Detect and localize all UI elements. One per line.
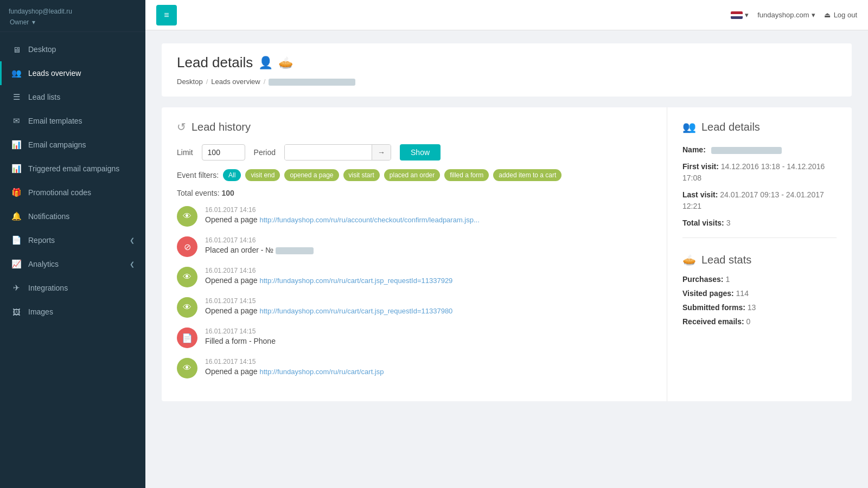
person-icon: 👤 xyxy=(258,56,273,70)
event-content-0: 16.01.2017 14:16 Opened a page http://fu… xyxy=(205,206,649,224)
period-arrow-icon[interactable]: → xyxy=(372,145,391,160)
language-selector[interactable]: ▾ xyxy=(731,11,749,19)
event-desc-3: Opened a page xyxy=(205,306,258,315)
limit-input[interactable] xyxy=(202,144,245,160)
breadcrumb-current xyxy=(269,78,355,86)
hamburger-button[interactable]: ≡ xyxy=(156,5,177,25)
content-area: Lead details 👤 🥧 Desktop / Leads overvie… xyxy=(145,30,868,488)
sidebar-label-promotional-codes: Promotional codes xyxy=(28,188,135,197)
flag-icon xyxy=(731,11,743,19)
sidebar-item-leads-overview[interactable]: 👥 Leads overview xyxy=(0,61,145,85)
show-button[interactable]: Show xyxy=(400,144,441,160)
stats-label: Lead stats xyxy=(701,254,751,266)
event-icon-4: 📄 xyxy=(177,328,197,348)
sidebar-icon-email-templates: ✉ xyxy=(11,115,22,126)
event-time-3: 16.01.2017 14:15 xyxy=(205,297,649,305)
sidebar-label-lead-lists: Lead lists xyxy=(28,93,135,101)
last-visit-label: Last visit: xyxy=(682,190,718,199)
total-events: Total events: 100 xyxy=(177,189,652,197)
detail-name-row: Name: xyxy=(682,144,837,156)
event-link-3[interactable]: http://fundayshop.com/ru/ru/cart/cart.js… xyxy=(259,307,452,315)
first-visit-label: First visit: xyxy=(682,162,719,171)
sidebar-item-email-campaigns[interactable]: 📊 Email campaigns xyxy=(0,133,145,157)
filter-tag-opened-page[interactable]: opened a page xyxy=(284,169,339,181)
event-link-0[interactable]: http://fundayshop.com/ru/ru/account/chec… xyxy=(259,216,479,224)
lead-history-label: Lead history xyxy=(192,121,251,133)
breadcrumb-home[interactable]: Desktop xyxy=(177,78,203,86)
logout-label: Log out xyxy=(834,11,857,19)
sidebar-item-desktop[interactable]: 🖥 Desktop xyxy=(0,37,145,61)
filter-tag-all[interactable]: All xyxy=(223,169,241,181)
sidebar-item-triggered-email-campaigns[interactable]: 📊 Triggered email campaigns xyxy=(0,157,145,181)
sidebar-label-leads-overview: Leads overview xyxy=(28,69,135,78)
total-events-label: Total events: xyxy=(177,189,220,197)
sidebar-label-integrations: Integrations xyxy=(28,284,135,292)
event-link-5[interactable]: http://fundayshop.com/ru/ru/cart/cart.js… xyxy=(259,368,384,376)
sidebar-role[interactable]: Owner ▾ xyxy=(9,18,35,26)
event-link-2[interactable]: http://fundayshop.com/ru/ru/cart/cart.js… xyxy=(259,277,452,285)
event-item-0: 👁 16.01.2017 14:16 Opened a page http://… xyxy=(177,206,649,227)
sidebar-item-integrations[interactable]: ✈ Integrations xyxy=(0,276,145,300)
event-icon-1: ⊘ xyxy=(177,236,197,257)
period-label: Period xyxy=(254,148,276,157)
breadcrumb-sep2: / xyxy=(264,78,266,86)
event-description-1: Placed an order - № xyxy=(205,246,649,254)
hamburger-icon: ≡ xyxy=(164,10,169,20)
stat-visited-pages-row: Visited pages: 114 xyxy=(682,289,837,298)
event-time-5: 16.01.2017 14:15 xyxy=(205,358,649,365)
filter-tag-added-cart[interactable]: added item to a cart xyxy=(493,169,561,181)
total-events-count: 100 xyxy=(222,189,234,197)
filter-tag-filled-form[interactable]: filled a form xyxy=(444,169,489,181)
chart-pie-icon: 🥧 xyxy=(278,56,293,70)
event-icon-2: 👁 xyxy=(177,267,197,287)
sidebar-item-notifications[interactable]: 🔔 Notifications xyxy=(0,204,145,228)
event-description-5: Opened a page http://fundayshop.com/ru/r… xyxy=(205,367,649,376)
filter-tag-placed-order[interactable]: placed an order xyxy=(384,169,440,181)
page-header: Lead details 👤 🥧 Desktop / Leads overvie… xyxy=(162,43,852,97)
sidebar-label-notifications: Notifications xyxy=(28,212,135,221)
filter-tag-visit-start[interactable]: visit start xyxy=(343,169,380,181)
sidebar-item-analytics[interactable]: 📈 Analytics ❮ xyxy=(0,252,145,276)
sidebar-item-email-templates[interactable]: ✉ Email templates xyxy=(0,109,145,133)
main-area: ≡ ▾ fundayshop.com ▾ ⏏ Log out Lead deta… xyxy=(145,0,868,488)
sidebar-label-email-campaigns: Email campaigns xyxy=(28,140,135,149)
visited-pages-value: 114 xyxy=(736,289,749,298)
period-input[interactable] xyxy=(285,145,372,160)
event-time-4: 16.01.2017 14:15 xyxy=(205,328,649,335)
event-time-0: 16.01.2017 14:16 xyxy=(205,206,649,214)
sidebar-label-images: Images xyxy=(28,307,135,316)
sidebar-icon-analytics: 📈 xyxy=(11,259,22,269)
logout-button[interactable]: ⏏ Log out xyxy=(824,11,857,19)
sidebar-item-lead-lists[interactable]: ☰ Lead lists xyxy=(0,85,145,109)
event-content-4: 16.01.2017 14:15 Filled a form - Phone xyxy=(205,328,649,345)
sidebar-icon-notifications: 🔔 xyxy=(11,211,22,222)
detail-last-visit-row: Last visit: 24.01.2017 09:13 - 24.01.201… xyxy=(682,189,837,212)
sidebar-icon-email-campaigns: 📊 xyxy=(11,139,22,150)
submitted-forms-label: Submitted forms: xyxy=(682,303,745,312)
page-title-text: Lead details xyxy=(177,54,253,71)
event-item-4: 📄 16.01.2017 14:15 Filled a form - Phone xyxy=(177,328,649,348)
sidebar-item-reports[interactable]: 📄 Reports ❮ xyxy=(0,228,145,252)
lead-history-title: ↺ Lead history xyxy=(177,120,652,133)
event-content-1: 16.01.2017 14:16 Placed an order - № xyxy=(205,236,649,254)
sidebar-item-images[interactable]: 🖼 Images xyxy=(0,300,145,324)
event-desc-2: Opened a page xyxy=(205,276,258,285)
breadcrumb-section[interactable]: Leads overview xyxy=(211,78,260,86)
received-emails-value: 0 xyxy=(746,317,751,326)
sidebar-user-email: fundayshop@leadit.ru xyxy=(9,8,137,15)
chevron-icon-reports: ❮ xyxy=(130,237,135,244)
topnav: ≡ ▾ fundayshop.com ▾ ⏏ Log out xyxy=(145,0,868,30)
lead-stats-title: 🥧 Lead stats xyxy=(682,253,837,266)
stat-submitted-forms-row: Submitted forms: 13 xyxy=(682,303,837,312)
event-desc-4: Filled a form - Phone xyxy=(205,337,276,345)
purchases-value: 1 xyxy=(725,275,730,284)
event-item-5: 👁 16.01.2017 14:15 Opened a page http://… xyxy=(177,358,649,378)
sidebar-item-promotional-codes[interactable]: 🎁 Promotional codes xyxy=(0,181,145,204)
stats-icon: 🥧 xyxy=(682,253,696,266)
total-visits-value: 3 xyxy=(726,219,731,227)
event-filters-label: Event filters: xyxy=(177,171,219,179)
user-dropdown[interactable]: fundayshop.com ▾ xyxy=(757,11,815,19)
event-description-2: Opened a page http://fundayshop.com/ru/r… xyxy=(205,276,649,285)
event-desc-5: Opened a page xyxy=(205,367,258,376)
filter-tag-visit-end[interactable]: visit end xyxy=(245,169,280,181)
